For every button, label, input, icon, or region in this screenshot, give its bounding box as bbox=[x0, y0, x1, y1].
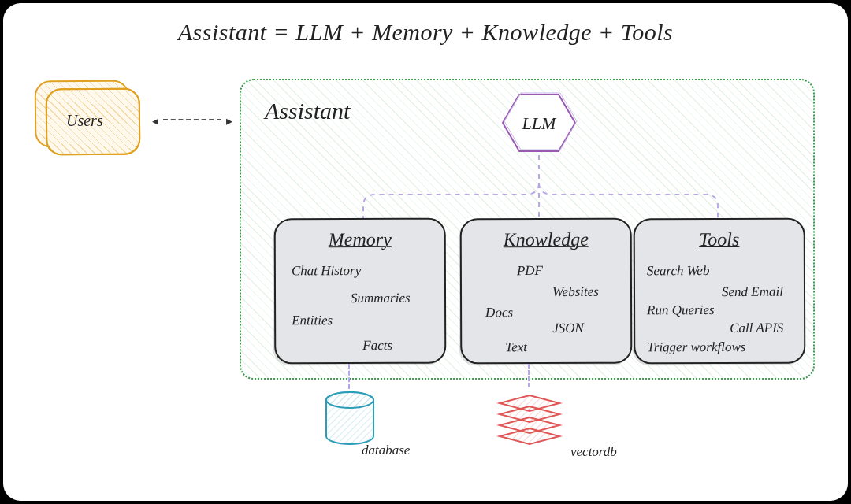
tools-box: Tools Search Web Send Email Run Queries … bbox=[634, 218, 806, 365]
memory-item: Chat History bbox=[292, 263, 361, 279]
llm-block: LLM bbox=[500, 91, 578, 154]
svg-point-5 bbox=[326, 392, 373, 408]
tools-item: Call APIS bbox=[730, 321, 783, 336]
knowledge-item: JSON bbox=[552, 321, 584, 336]
memory-to-db-connector bbox=[348, 364, 350, 389]
knowledge-item: Text bbox=[505, 339, 527, 355]
memory-item: Entities bbox=[292, 313, 333, 328]
knowledge-item: PDF bbox=[517, 263, 543, 279]
memory-item: Facts bbox=[362, 338, 392, 354]
tools-item: Send Email bbox=[722, 284, 783, 300]
arrow-right-icon: ▸ bbox=[226, 113, 232, 128]
tools-item: Trigger workflows bbox=[647, 339, 745, 355]
vectordb-label: vectordb bbox=[570, 444, 617, 460]
page-title: Assistant = LLM + Memory + Knowledge + T… bbox=[3, 19, 848, 46]
users-assistant-arrow: ◂ ▸ bbox=[157, 113, 228, 126]
memory-box: Memory Chat History Summaries Entities F… bbox=[274, 218, 447, 365]
knowledge-box: Knowledge PDF Websites Docs JSON Text bbox=[460, 218, 633, 365]
assistant-container: Assistant LLM Memory Chat History Summar… bbox=[240, 79, 815, 380]
assistant-label: Assistant bbox=[265, 98, 350, 124]
knowledge-item: Docs bbox=[485, 305, 513, 321]
vectordb-icon bbox=[490, 387, 569, 450]
svg-marker-10 bbox=[500, 395, 559, 411]
tools-heading: Tools bbox=[635, 229, 804, 251]
tools-item: Search Web bbox=[647, 263, 710, 279]
users-block: Users bbox=[35, 80, 153, 163]
knowledge-to-vectordb-connector bbox=[528, 364, 530, 387]
database-label: database bbox=[362, 443, 410, 458]
memory-item: Summaries bbox=[351, 291, 411, 306]
tools-item: Run Queries bbox=[647, 302, 715, 318]
knowledge-heading: Knowledge bbox=[462, 229, 630, 251]
knowledge-item: Websites bbox=[552, 284, 599, 300]
memory-heading: Memory bbox=[276, 229, 444, 251]
users-label: Users bbox=[66, 112, 103, 130]
arrow-left-icon: ◂ bbox=[152, 113, 158, 128]
llm-label: LLM bbox=[500, 113, 578, 134]
